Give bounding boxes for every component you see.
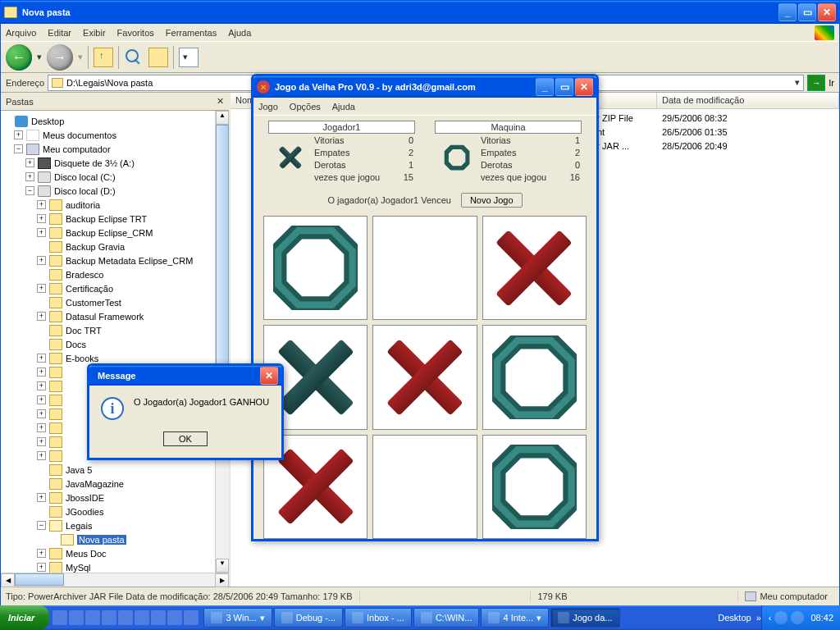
cell-0-0[interactable] [263,216,368,320]
up-folder-button[interactable] [94,48,113,67]
collapse-button[interactable]: − [14,144,23,153]
close-button[interactable]: ✕ [260,367,278,385]
quick-launch [49,610,202,625]
task-button[interactable]: Jogo da... [550,608,619,628]
task-button[interactable]: Inbox - ... [345,608,412,628]
message-titlebar[interactable]: Message ✕ [89,366,281,386]
address-path: D:\Legais\Nova pasta [66,78,153,88]
folders-button[interactable] [148,48,168,67]
game-window: ✕ Jogo da Velha Pro V0.9 - by adri3d@gma… [251,74,599,541]
explorer-titlebar[interactable]: Nova pasta _ ▭ ✕ [1,1,839,24]
expand-button[interactable]: + [14,130,23,139]
clock[interactable]: 08:42 [810,613,833,623]
cell-1-1[interactable] [372,325,477,429]
new-game-button[interactable]: Novo Jogo [461,193,523,208]
task-button[interactable]: 4 Inte...▾ [481,608,549,628]
system-tray: ‹ 08:42 [761,605,840,630]
cell-0-2[interactable] [482,216,587,320]
game-board [253,211,596,544]
views-button[interactable] [179,48,199,67]
message-dialog: Message ✕ i O Jogador(a) Jogador1 GANHOU… [87,363,284,460]
taskbar: Iniciar 3 Win...▾ Debug -... Inbox - ...… [0,605,840,630]
task-buttons: 3 Win...▾ Debug -... Inbox - ... C:\WIN.… [202,608,713,628]
menu-opcoes[interactable]: Opções [290,102,321,112]
menu-ferramentas[interactable]: Ferramentas [166,28,217,38]
scroll-down-button[interactable]: ▼ [216,559,229,573]
ok-button[interactable]: OK [163,431,208,446]
x-mark-icon [275,336,357,418]
desktop-icon [15,116,28,127]
cmd-icon [421,612,432,623]
folder-open-icon [61,534,74,546]
message-title: Message [93,371,260,381]
ql-icon[interactable] [135,610,149,625]
status-text: Tipo: PowerArchiver JAR File Data de mod… [6,591,360,601]
info-icon: i [101,397,124,420]
tray-icon[interactable] [774,611,788,624]
tree-scrollbar[interactable]: ▲ ▼ [215,111,229,573]
cell-2-1[interactable] [372,435,477,539]
task-button[interactable]: C:\WIN... [413,608,480,628]
x-mark-icon [384,336,466,418]
ql-icon[interactable] [102,610,116,625]
ql-icon[interactable] [52,610,67,625]
close-pane-button[interactable]: ✕ [217,96,224,107]
folder-icon [211,612,222,623]
cell-1-2[interactable] [482,325,587,429]
pane-header: Pastas ✕ [1,93,229,111]
forward-button[interactable]: → [47,44,73,71]
start-button[interactable]: Iniciar [0,605,49,630]
mydocs-icon [26,130,39,141]
search-button[interactable] [124,48,144,67]
ie-icon [488,612,500,623]
drive-icon [38,171,51,183]
minimize-button[interactable]: _ [778,3,797,21]
folder-tree[interactable]: Desktop +Meus documentos −Meu computador… [1,111,215,573]
ql-icon[interactable] [167,610,182,625]
player2-name: Maquina [435,121,582,134]
task-button[interactable]: Debug -... [274,608,343,628]
game-app-icon: ✕ [257,80,270,94]
selected-folder[interactable]: Nova pasta [77,535,126,545]
ql-icon[interactable] [85,610,100,625]
task-button[interactable]: 3 Win...▾ [203,608,272,628]
col-date[interactable]: Data de modificação [657,93,839,108]
menu-editar[interactable]: Editar [48,28,71,38]
desktop-toolbar-label[interactable]: Desktop [713,613,756,623]
back-button[interactable]: ← [6,44,32,71]
go-button[interactable]: → [807,75,825,91]
close-button[interactable]: ✕ [818,3,836,21]
scroll-up-button[interactable]: ▲ [216,111,229,125]
tray-expand-button[interactable]: ‹ [769,613,772,623]
menu-arquivo[interactable]: Arquivo [6,28,36,38]
mycomputer-icon [26,144,39,155]
maximize-button[interactable]: ▭ [555,78,573,96]
ql-icon[interactable] [151,610,166,625]
minimize-button[interactable]: _ [536,78,554,96]
menu-ajuda[interactable]: Ajuda [228,28,251,38]
menu-exibir[interactable]: Exibir [83,28,106,38]
cell-0-1[interactable] [372,216,477,320]
tree-hscrollbar[interactable]: ◀▶ [1,573,229,587]
scoreboard: Jogador1 Vitorias0 Empates2 Derotas1 vez… [253,116,596,189]
menu-ajuda[interactable]: Ajuda [332,102,355,112]
svg-marker-2 [278,231,352,304]
maximize-button[interactable]: ▭ [798,3,816,21]
ql-icon[interactable] [184,610,199,625]
close-button[interactable]: ✕ [575,78,593,96]
folder-icon [52,78,63,88]
cell-2-2[interactable] [482,435,587,539]
mail-icon [352,612,363,623]
folder-icon [4,7,17,18]
game-titlebar[interactable]: ✕ Jogo da Velha Pro V0.9 - by adri3d@gma… [253,76,596,98]
o-mark-icon [492,336,577,420]
menu-favoritos[interactable]: Favoritos [117,28,154,38]
ql-icon[interactable] [69,610,84,625]
svg-marker-4 [497,340,571,414]
x-mark-icon [493,227,575,309]
player1-box: Jogador1 Vitorias0 Empates2 Derotas1 vez… [268,121,415,185]
tray-icon[interactable] [791,611,804,624]
menu-jogo[interactable]: Jogo [258,102,278,112]
scroll-thumb[interactable] [216,125,229,404]
ql-icon[interactable] [118,610,133,625]
